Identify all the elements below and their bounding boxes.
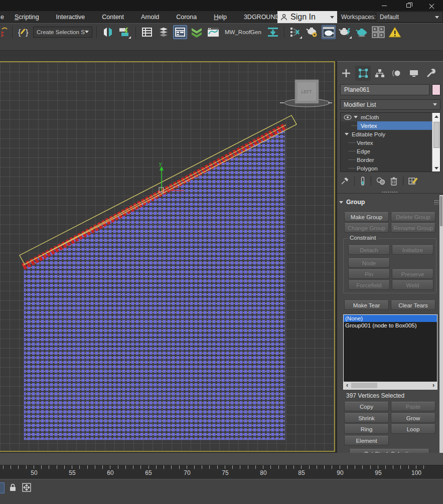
grow-button[interactable]: Grow xyxy=(391,413,435,423)
object-name-field[interactable]: Plane061 xyxy=(340,84,429,95)
viewcube[interactable]: LEFT xyxy=(280,80,332,107)
pin-stack-icon[interactable] xyxy=(340,177,349,186)
maximize-button[interactable] xyxy=(400,0,417,11)
workspace-dropdown[interactable]: Default xyxy=(376,12,443,23)
tear-list-item-none[interactable]: (None) xyxy=(344,315,437,322)
element-button[interactable]: Element xyxy=(344,436,389,445)
scroll-down-icon[interactable] xyxy=(432,164,440,172)
render-iterative-button[interactable] xyxy=(355,25,369,39)
tear-group-list[interactable]: (None) Group001 (node to Box005) ‹ › xyxy=(343,314,437,390)
configure-modifier-sets-icon[interactable] xyxy=(408,177,418,186)
viewport-left[interactable]: y LEFT xyxy=(0,61,335,452)
modifier-stack-item-mcloth[interactable]: mCloth xyxy=(341,113,440,121)
hscroll-thumb[interactable] xyxy=(351,383,377,388)
tear-list-item-group001[interactable]: Group001 (node to Box005) xyxy=(344,322,437,329)
clear-tears-button[interactable]: Clear Tears xyxy=(391,300,435,310)
splitter-grip[interactable] xyxy=(382,192,397,194)
tab-hierarchy[interactable] xyxy=(372,66,388,81)
scroll-left-icon[interactable]: ‹ xyxy=(344,382,351,389)
show-end-result-icon[interactable] xyxy=(360,177,366,186)
viewport-scene: y LEFT xyxy=(0,62,335,452)
modifier-stack-item-ep-vertex[interactable]: Vertex xyxy=(341,138,440,147)
plugin-label[interactable]: MW_RoofGen xyxy=(223,29,263,35)
schematic-view-button[interactable] xyxy=(288,25,303,39)
scroll-right-icon[interactable]: › xyxy=(430,382,437,389)
minimize-button[interactable] xyxy=(376,0,393,11)
group-rollout-header[interactable]: Group xyxy=(339,198,439,207)
compare-media-button[interactable] xyxy=(371,25,385,39)
shrink-button[interactable]: Shrink xyxy=(344,413,389,423)
object-color-swatch[interactable] xyxy=(432,84,440,95)
menu-item-arnold[interactable]: Arnold xyxy=(132,11,168,23)
tab-utilities[interactable] xyxy=(422,66,438,81)
curve-editor-button[interactable] xyxy=(206,25,220,39)
panel-scroll-thumb[interactable] xyxy=(440,196,442,226)
toggle-scene-explorer-button[interactable] xyxy=(173,25,187,39)
forcefield-button[interactable]: Forcefield xyxy=(348,280,390,290)
menu-item-content[interactable]: Content xyxy=(93,11,132,23)
make-group-button[interactable]: Make Group xyxy=(344,212,389,222)
preserve-button[interactable]: Preserve xyxy=(392,269,433,279)
menu-item-help[interactable]: Help xyxy=(205,11,235,23)
tab-create[interactable] xyxy=(338,66,354,81)
copy-button[interactable]: Copy xyxy=(344,402,389,411)
rename-group-button[interactable]: Rename Group xyxy=(391,223,435,233)
render-production-button[interactable] xyxy=(338,25,352,39)
rendered-frame-window-button[interactable] xyxy=(322,25,336,39)
undo-redo-partial-icon[interactable] xyxy=(1,25,8,39)
render-to-texture-button[interactable] xyxy=(266,25,280,39)
menu-item-corona[interactable]: Corona xyxy=(168,11,205,23)
delete-group-button[interactable]: Delete Group xyxy=(391,212,435,222)
layer-manager-button[interactable] xyxy=(140,25,154,39)
modifier-list-dropdown[interactable]: Modifier List xyxy=(340,99,440,110)
isolate-toggle-partial[interactable] xyxy=(0,482,5,493)
remove-modifier-trash-icon[interactable] xyxy=(390,177,398,186)
align-button[interactable] xyxy=(117,25,131,39)
modifier-stack-item-ep-edge[interactable]: Edge xyxy=(341,147,440,155)
command-panel-scrollbar[interactable] xyxy=(439,195,443,454)
close-button[interactable] xyxy=(423,0,440,11)
weld-button[interactable]: Weld xyxy=(392,280,433,290)
mirror-button[interactable] xyxy=(101,25,115,39)
make-tear-button[interactable]: Make Tear xyxy=(344,300,389,310)
make-unique-icon[interactable] xyxy=(376,177,386,186)
edit-named-selection-sets-button[interactable]: {} xyxy=(17,25,31,39)
ring-button[interactable]: Ring xyxy=(344,424,389,434)
teapot-icon xyxy=(355,26,368,38)
ribbon-toggle-button[interactable] xyxy=(190,25,204,39)
warning-button[interactable] xyxy=(388,25,402,39)
scroll-up-icon[interactable] xyxy=(432,113,440,120)
paste-button[interactable]: Paste xyxy=(391,402,435,411)
menu-item-interactive[interactable]: Interactive xyxy=(48,11,94,23)
modifier-stack-item-ep-border[interactable]: Border xyxy=(341,155,440,164)
detach-button[interactable]: Detach xyxy=(348,245,390,255)
modifier-stack-item-mcloth-vertex[interactable]: Vertex xyxy=(341,121,440,130)
absolute-mode-icon[interactable] xyxy=(22,483,31,492)
stack-scrollbar[interactable] xyxy=(432,113,440,172)
menu-item-partial[interactable]: e xyxy=(0,11,6,23)
expand-triangle-icon[interactable] xyxy=(345,133,349,135)
tab-motion[interactable] xyxy=(389,66,405,81)
pin-button[interactable]: Pin xyxy=(348,269,390,279)
timeline-ruler[interactable]: 50 55 60 65 70 75 80 85 90 95 100 xyxy=(0,465,443,479)
tab-modify[interactable] xyxy=(355,66,371,81)
render-setup-button[interactable] xyxy=(305,25,319,39)
modifier-stack-item-ep-polygon[interactable]: Polygon xyxy=(341,164,440,172)
eye-icon[interactable] xyxy=(344,115,352,120)
scroll-thumb[interactable] xyxy=(433,122,439,148)
modifier-stack-item-editable-poly[interactable]: Editable Poly xyxy=(341,130,440,138)
initialize-button[interactable]: Initialize xyxy=(392,245,433,255)
change-group-button[interactable]: Change Group xyxy=(344,223,389,233)
loop-button[interactable]: Loop xyxy=(391,424,435,434)
sign-in-dropdown[interactable]: Sign In xyxy=(277,11,337,23)
scene-explorer-button[interactable] xyxy=(157,25,171,39)
mcloth-plane-mesh[interactable] xyxy=(24,127,285,440)
time-slider-track[interactable] xyxy=(0,453,443,465)
menu-item-scripting[interactable]: Scripting xyxy=(6,11,48,23)
selection-lock-icon[interactable] xyxy=(9,483,17,492)
node-button[interactable]: Node xyxy=(348,258,390,268)
expand-triangle-icon[interactable] xyxy=(354,116,358,118)
tear-list-hscrollbar[interactable]: ‹ › xyxy=(344,382,437,389)
tab-display[interactable] xyxy=(406,66,422,81)
named-selection-set-dropdown[interactable]: Create Selection Se xyxy=(33,27,92,38)
